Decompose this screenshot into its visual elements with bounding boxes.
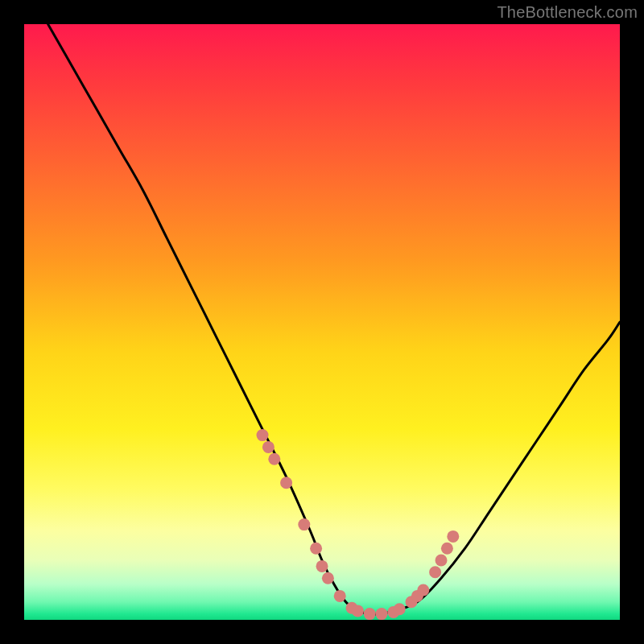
highlight-dot — [316, 560, 328, 572]
highlight-dot — [436, 555, 448, 567]
watermark-text: TheBottleneck.com — [497, 3, 638, 22]
highlight-dot — [280, 477, 292, 489]
highlight-dot — [364, 608, 376, 620]
highlight-dot — [447, 530, 459, 543]
highlight-dot — [376, 608, 388, 620]
highlight-dots — [257, 429, 460, 620]
highlight-dot — [310, 543, 322, 555]
highlight-dot — [322, 572, 334, 584]
highlight-dot — [298, 518, 310, 530]
highlight-dot — [352, 605, 364, 617]
highlight-dot — [262, 441, 275, 453]
highlight-dot — [257, 429, 269, 441]
highlight-dot — [441, 543, 453, 555]
plot-area — [24, 24, 620, 620]
highlight-dot — [268, 453, 280, 465]
highlight-dot — [394, 603, 406, 615]
chart-svg — [24, 24, 620, 620]
highlight-dot — [334, 590, 346, 602]
bottleneck-curve-path — [48, 24, 620, 614]
highlight-dot — [417, 584, 429, 597]
bottleneck-curve — [48, 24, 620, 614]
highlight-dot — [429, 566, 441, 578]
chart-frame: TheBottleneck.com — [0, 0, 644, 644]
